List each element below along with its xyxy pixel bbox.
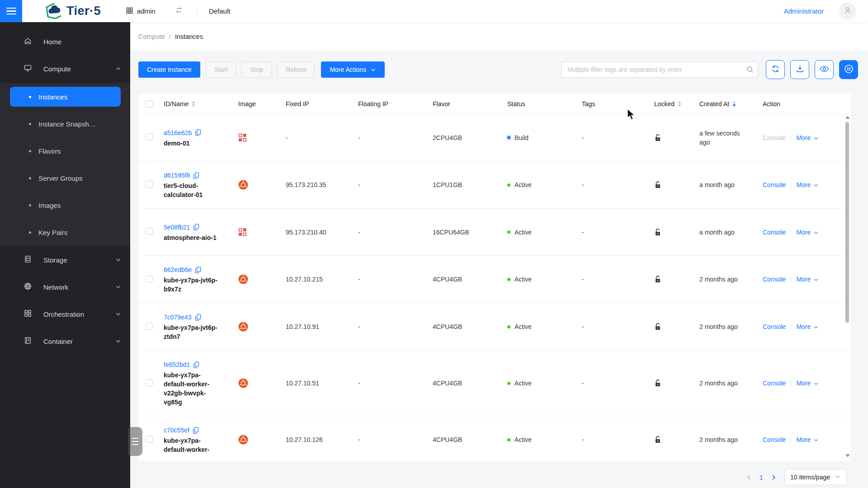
more-link[interactable]: More [796,181,819,188]
sidebar-item-instance-snapshots[interactable]: Instance Snapsh… [10,114,121,134]
table-row: fe652bd1kube-yx7pa-default-worker-v22gb-… [138,351,851,416]
copy-icon[interactable] [193,361,199,368]
status-cell: Active [507,323,582,330]
sorter-id-name[interactable] [192,101,195,107]
sidebar-item-compute[interactable]: Compute [0,61,130,76]
previous-page-button[interactable] [745,474,752,481]
instance-id-link[interactable]: 662edb6e [164,265,192,275]
status-label: Active [514,181,532,188]
bullet-icon [29,231,31,234]
administrator-link[interactable]: Administrator [784,7,824,15]
table-row: a516e62bdemo-01--2CPU4GBBuild-a few seco… [138,114,851,161]
copy-icon[interactable] [193,427,199,434]
row-checkbox[interactable] [146,379,153,386]
console-link[interactable]: Console [763,276,786,283]
instance-id-link[interactable]: c70c55ef [164,425,189,435]
tags-cell: - [582,134,654,141]
scrollbar-thumb[interactable] [845,122,849,323]
stop-button[interactable]: Stop [241,61,272,78]
copy-icon[interactable] [195,129,201,136]
instance-id-link[interactable]: a516e62b [164,128,192,138]
hamburger-menu-button[interactable] [0,0,22,22]
console-link[interactable]: Console [763,380,786,387]
table-row: d61595f8tier5-cloud-calculator-0195.173.… [138,161,851,209]
copy-icon[interactable] [195,267,201,273]
sidebar-item-storage[interactable]: Storage [0,252,130,267]
page-size-select[interactable]: 10 items/page [784,469,847,485]
instance-id-link[interactable]: 7c079e43 [164,312,192,322]
sidebar-item-server-groups[interactable]: Server Groups [10,168,121,188]
sidebar-item-key-pairs[interactable]: Key Pairs [10,222,121,242]
download-button[interactable] [790,60,809,79]
auto-refresh-toggle-button[interactable] [839,60,858,79]
next-page-button[interactable] [770,474,777,481]
unlock-icon [654,134,691,142]
sidebar-item-flavors[interactable]: Flavors [10,141,121,161]
sorter-locked[interactable] [678,101,681,107]
sidebar-item-home[interactable]: Home [0,34,130,49]
more-link[interactable]: More [796,229,819,236]
more-link[interactable]: More [796,134,819,141]
copy-icon[interactable] [193,172,199,179]
row-checkbox[interactable] [146,436,153,443]
console-link[interactable]: Console [763,229,786,236]
table-scrollbar[interactable] [844,115,850,458]
create-instance-button[interactable]: Create Instance [138,61,200,78]
sidebar-subitem-label: Key Pairs [38,229,67,236]
row-checkbox[interactable] [146,323,153,330]
sidebar-item-instances[interactable]: Instances [10,87,121,107]
instance-id-link[interactable]: fe652bd1 [164,360,190,370]
filter-input[interactable] [561,61,758,78]
sidebar-item-orchestration[interactable]: Orchestration [0,306,130,322]
select-all-checkbox[interactable] [146,100,153,108]
drawer-handle[interactable] [128,427,142,456]
user-icon [843,6,852,17]
more-link[interactable]: More [796,276,819,283]
workspace-switcher[interactable]: admin [126,7,156,15]
refresh-button[interactable] [766,60,785,79]
status-label: Active [514,229,532,236]
instance-id-link[interactable]: d61595f8 [164,170,190,180]
more-link[interactable]: More [796,436,819,443]
eye-icon [820,65,829,74]
column-visibility-button[interactable] [815,60,834,79]
console-link[interactable]: Console [763,323,786,330]
breadcrumb-compute[interactable]: Compute [138,33,165,40]
instance-name: atmosphere-aio-1 [164,233,219,242]
column-floating-ip: Floating IP [358,100,433,108]
table-header-row: ID/Name Image Fixed IP Floating IP Flavo… [138,94,851,114]
page-number[interactable]: 1 [760,474,763,481]
console-link[interactable]: Console [763,436,786,443]
status-dot-icon [507,278,510,281]
avatar[interactable] [839,3,856,20]
scroll-up-arrow-icon[interactable] [845,116,850,119]
sorter-created-at[interactable] [732,101,736,107]
console-link[interactable]: Console [763,134,786,141]
row-checkbox[interactable] [146,133,153,141]
created-at-cell: 2 months ago [699,379,754,388]
row-checkbox[interactable] [146,228,153,235]
more-actions-button[interactable]: More Actions [321,61,385,78]
more-link[interactable]: More [796,380,819,387]
sidebar-subitem-label: Images [38,202,61,209]
scroll-down-arrow-icon[interactable] [845,454,850,457]
more-link[interactable]: More [796,323,819,330]
copy-icon[interactable] [193,224,199,230]
sidebar-item-container[interactable]: Container [0,333,130,349]
copy-icon[interactable] [195,314,201,321]
sidebar-item-images[interactable]: Images [10,195,121,215]
switch-project-button[interactable] [175,7,183,15]
instance-id-link[interactable]: 5e08fb21 [164,222,190,232]
row-checkbox[interactable] [146,275,153,282]
start-button[interactable]: Start [206,61,236,78]
fixed-ip-cell: 10.27.10.126 [286,436,358,443]
sidebar-item-network[interactable]: Network [0,279,130,295]
chevron-down-icon [813,230,819,235]
table-row: 662edb6ekube-yx7pa-jvt6p-b9x7z10.27.10.2… [138,256,851,303]
console-link[interactable]: Console [763,181,786,188]
bullet-icon [29,123,31,125]
created-at-cell: 2 months ago [699,275,754,284]
row-checkbox[interactable] [146,181,153,188]
reboot-button[interactable]: Reboot [277,61,315,78]
sidebar-item-label: Container [43,338,73,345]
